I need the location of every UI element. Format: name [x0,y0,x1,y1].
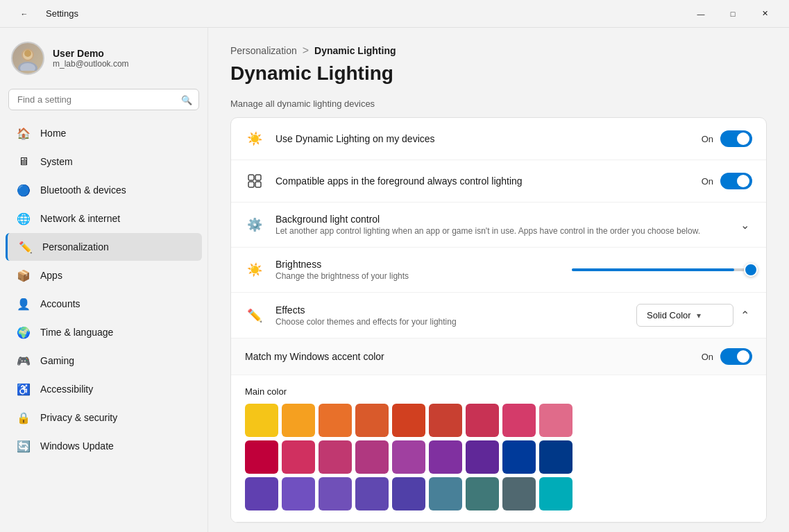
compatible-apps-icon [245,171,264,191]
color-swatch[interactable] [245,440,278,474]
username: User Demo [53,48,129,59]
search-input[interactable] [8,89,199,110]
color-grid-row2 [245,477,752,510]
sidebar-item-label-privacy: Privacy & security [40,412,117,423]
color-swatch[interactable] [466,477,499,510]
sidebar-item-accessibility[interactable]: ♿Accessibility [6,375,202,403]
row-brightness-desc: Change the brightness of your lights [275,271,561,281]
nav-icon-apps: 📦 [17,268,31,282]
color-swatch[interactable] [502,440,536,474]
brightness-slider-thumb [744,263,758,277]
search-icon: 🔍 [181,94,192,105]
breadcrumb-separator: > [303,44,309,57]
row-effects-desc: Choose color themes and effects for your… [275,317,625,327]
color-swatch[interactable] [502,404,536,437]
sidebar-item-system[interactable]: 🖥System [6,148,202,175]
color-swatch[interactable] [282,440,315,474]
color-swatch[interactable] [539,404,572,437]
color-swatch[interactable] [282,477,315,510]
brightness-slider-container [572,268,752,271]
sidebar-item-label-accounts: Accounts [40,298,80,309]
back-button[interactable]: ← [8,3,40,25]
color-swatch[interactable] [319,440,352,474]
sidebar-item-privacy[interactable]: 🔒Privacy & security [6,404,202,431]
color-swatch[interactable] [245,404,278,437]
toggle-use-dynamic[interactable] [720,130,752,147]
minimize-button[interactable]: — [685,3,717,25]
sidebar-item-apps[interactable]: 📦Apps [6,261,202,289]
maximize-button[interactable]: □ [717,3,749,25]
avatar [11,42,44,75]
svg-rect-8 [255,182,261,187]
row-effects: ✏️ Effects Choose color themes and effec… [231,293,766,338]
nav-icon-network: 🌐 [17,212,31,225]
sidebar-item-home[interactable]: 🏠Home [6,119,202,147]
sidebar-item-label-personalization: Personalization [42,241,109,252]
sidebar-item-gaming[interactable]: 🎮Gaming [6,347,202,375]
nav-icon-accessibility: ♿ [17,382,31,396]
toggle-on-label-0: On [702,134,713,144]
color-swatch[interactable] [429,404,462,437]
row-background-light-desc: Let another app control lighting when an… [275,226,727,236]
svg-point-2 [24,50,31,57]
nav-icon-system: 🖥 [17,155,31,169]
nav-icon-bluetooth: 🔵 [17,183,31,197]
chevron-down-icon: ▾ [697,311,701,320]
color-grid-row1 [245,440,752,474]
color-swatch[interactable] [466,404,499,437]
match-accent-label: Match my Windows accent color [245,351,702,362]
user-profile[interactable]: User Demo m_lab@outlook.com [0,36,207,86]
color-swatch[interactable] [319,477,352,510]
match-accent-toggle-label: On [702,352,713,362]
brightness-slider-track[interactable] [572,268,752,271]
breadcrumb-current: Dynamic Lighting [314,45,396,56]
sidebar-item-personalization[interactable]: ✏️Personalization [6,233,202,261]
page-title: Dynamic Lighting [230,62,767,85]
main-content: Personalization > Dynamic Lighting Dynam… [208,28,789,532]
color-swatch[interactable] [429,477,462,510]
color-swatch[interactable] [245,477,278,510]
row-background-light-title: Background light control [275,214,727,225]
color-swatch[interactable] [539,440,572,474]
row-use-dynamic: ☀️ Use Dynamic Lighting on my devices On [231,118,766,160]
nav-icon-home: 🏠 [17,126,31,140]
color-swatch[interactable] [466,440,499,474]
row-brightness: ☀️ Brightness Change the brightness of y… [231,248,766,293]
color-grid [245,404,752,437]
close-button[interactable]: ✕ [749,3,781,25]
color-swatch[interactable] [392,440,425,474]
sidebar: User Demo m_lab@outlook.com 🔍 🏠Home🖥Syst… [0,28,208,532]
color-swatch[interactable] [282,404,315,437]
sidebar-item-update[interactable]: 🔄Windows Update [6,432,202,460]
settings-card-main: ☀️ Use Dynamic Lighting on my devices On [230,117,767,523]
color-swatch[interactable] [392,404,425,437]
color-swatch[interactable] [355,477,389,510]
titlebar-controls: — □ ✕ [685,3,781,25]
effects-dropdown-value: Solid Color [647,310,691,320]
svg-rect-5 [248,175,254,180]
background-light-expand[interactable]: ⌄ [738,216,752,234]
sidebar-item-label-bluetooth: Bluetooth & devices [40,185,126,196]
breadcrumb-parent[interactable]: Personalization [230,45,297,56]
sidebar-item-label-time: Time & language [40,327,113,338]
color-swatch[interactable] [319,404,352,437]
toggle-match-accent[interactable] [720,348,752,365]
color-swatch[interactable] [355,440,389,474]
effects-dropdown[interactable]: Solid Color ▾ [636,304,733,327]
search-container: 🔍 [8,89,199,110]
sidebar-item-time[interactable]: 🌍Time & language [6,318,202,346]
effects-expand[interactable]: ⌃ [738,306,752,325]
row-effects-title: Effects [275,304,625,316]
breadcrumb: Personalization > Dynamic Lighting [230,44,767,57]
color-swatch[interactable] [429,440,462,474]
toggle-compatible-apps[interactable] [720,173,752,189]
section-label: Manage all dynamic lighting devices [230,98,767,109]
color-swatch[interactable] [392,477,425,510]
color-swatch[interactable] [355,404,389,437]
sidebar-item-network[interactable]: 🌐Network & internet [6,205,202,232]
row-background-light: ⚙️ Background light control Let another … [231,203,766,248]
color-swatch[interactable] [502,477,536,510]
sidebar-item-accounts[interactable]: 👤Accounts [6,290,202,318]
color-swatch[interactable] [539,477,572,510]
sidebar-item-bluetooth[interactable]: 🔵Bluetooth & devices [6,176,202,204]
